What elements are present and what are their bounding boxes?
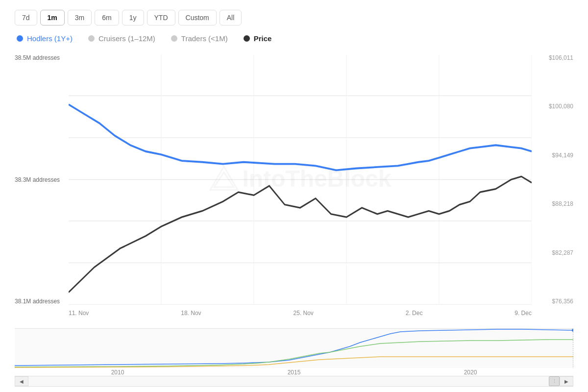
scroll-thumb[interactable]: ⋮ (549, 376, 560, 386)
x-axis: 11. Nov 18. Nov 25. Nov 2. Dec 9. Dec (69, 310, 532, 324)
scroll-track: ◀ ⋮ ▶ (15, 376, 573, 387)
btn-custom[interactable]: Custom (178, 10, 217, 25)
x-label-4: 2. Dec (406, 310, 423, 317)
btn-1m[interactable]: 1m (40, 10, 65, 25)
mini-chart-svg (15, 329, 573, 368)
cruisers-label: Cruisers (1–12M) (98, 34, 155, 43)
y-right-5: $82,287 (552, 249, 573, 256)
y-left-top: 38.5M addresses (15, 54, 74, 61)
traders-label: Traders (<1M) (181, 34, 228, 43)
y-axis-right: $106,011 $100,080 $94,149 $88,218 $82,28… (534, 54, 573, 305)
btn-7d[interactable]: 7d (15, 10, 37, 25)
y-right-1: $106,011 (549, 54, 573, 61)
y-left-bottom: 38.1M addresses (15, 298, 74, 305)
scroll-right-button[interactable]: ▶ (560, 376, 573, 386)
x-label-5: 9. Dec (514, 310, 532, 317)
price-dot (244, 35, 250, 42)
x-label-2: 18. Nov (181, 310, 201, 317)
traders-dot (171, 35, 177, 42)
hodlers-label: Hodlers (1Y+) (27, 34, 73, 43)
y-right-3: $94,149 (552, 152, 573, 159)
y-right-4: $88,218 (552, 200, 573, 207)
chart-area: 38.5M addresses 38.3M addresses 38.1M ad… (15, 54, 573, 387)
chart-legend: Hodlers (1Y+) Cruisers (1–12M) Traders (… (15, 34, 573, 43)
scroll-track-inner (28, 376, 560, 386)
x-label-3: 25. Nov (293, 310, 313, 317)
y-right-6: $76,356 (552, 298, 573, 305)
mini-x-2010: 2010 (111, 369, 124, 376)
btn-ytd[interactable]: YTD (147, 10, 175, 25)
mini-x-2020: 2020 (464, 369, 477, 376)
price-label: Price (254, 34, 272, 43)
hodlers-dot (17, 35, 23, 42)
x-label-1: 11. Nov (69, 310, 89, 317)
btn-all[interactable]: All (220, 10, 242, 25)
main-svg (69, 54, 532, 305)
cruisers-dot (88, 35, 95, 42)
btn-1y[interactable]: 1y (122, 10, 144, 25)
mini-x-axis: 2010 2015 2020 (15, 369, 573, 376)
main-chart: 38.5M addresses 38.3M addresses 38.1M ad… (15, 54, 573, 324)
main-container: 7d 1m 3m 6m 1y YTD Custom All Hodlers (1… (0, 0, 588, 392)
svg-container: IntoTheBlock (69, 54, 532, 305)
mini-chart-container: 2010 2015 2020 ◀ ⋮ ▶ (15, 328, 573, 387)
legend-cruisers[interactable]: Cruisers (1–12M) (88, 34, 155, 43)
btn-3m[interactable]: 3m (68, 10, 92, 25)
time-range-selector: 7d 1m 3m 6m 1y YTD Custom All (15, 10, 573, 25)
scroll-left-button[interactable]: ◀ (15, 376, 28, 386)
legend-traders[interactable]: Traders (<1M) (171, 34, 228, 43)
legend-hodlers[interactable]: Hodlers (1Y+) (17, 34, 73, 43)
y-right-2: $100,080 (549, 103, 573, 110)
y-axis-left: 38.5M addresses 38.3M addresses 38.1M ad… (15, 54, 74, 305)
btn-6m[interactable]: 6m (95, 10, 119, 25)
legend-price[interactable]: Price (244, 34, 272, 43)
y-left-mid: 38.3M addresses (15, 176, 74, 183)
mini-x-2015: 2015 (288, 369, 301, 376)
